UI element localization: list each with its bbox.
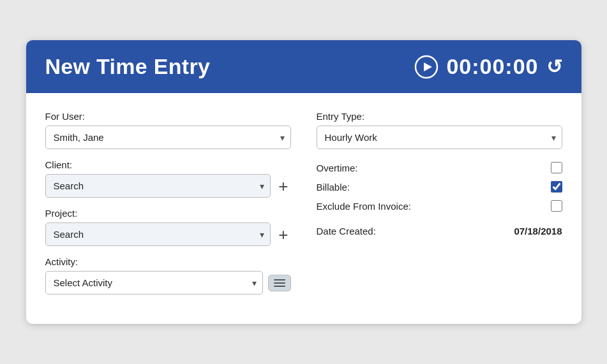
overtime-checkbox[interactable] (551, 162, 562, 173)
for-user-select-wrapper: Smith, Jane ▾ (45, 126, 291, 149)
client-label: Client: (45, 159, 291, 170)
time-entry-card: New Time Entry 00:00:00 ↺ For User: Smit… (26, 40, 581, 324)
exclude-row: Exclude From Invoice: (317, 200, 562, 212)
client-select-wrapper: Search ▾ (45, 174, 271, 198)
exclude-checkbox[interactable] (551, 200, 562, 212)
billable-checkbox[interactable] (551, 181, 562, 193)
header: New Time Entry 00:00:00 ↺ (26, 40, 581, 93)
list-icon (274, 279, 285, 287)
entry-type-group: Entry Type: Hourly WorkFixed FeeNo Charg… (317, 111, 562, 149)
project-select[interactable]: Search (45, 222, 271, 246)
client-select[interactable]: Search (45, 174, 271, 198)
entry-type-select-wrapper: Hourly WorkFixed FeeNo Charge ▾ (317, 126, 562, 149)
add-project-button[interactable]: + (276, 226, 290, 243)
add-client-button[interactable]: + (276, 178, 290, 194)
play-icon[interactable] (414, 55, 438, 79)
for-user-label: For User: (45, 111, 291, 122)
billable-label: Billable: (317, 182, 350, 193)
for-user-group: For User: Smith, Jane ▾ (45, 111, 291, 149)
date-created-value: 07/18/2018 (514, 226, 562, 237)
activity-list-button[interactable] (268, 275, 291, 291)
date-created-row: Date Created: 07/18/2018 (317, 226, 562, 237)
timer-display: 00:00:00 (446, 54, 538, 79)
page-title: New Time Entry (45, 54, 211, 79)
project-label: Project: (45, 208, 291, 219)
entry-type-select[interactable]: Hourly WorkFixed FeeNo Charge (317, 126, 562, 149)
date-created-label: Date Created: (317, 226, 376, 237)
exclude-label: Exclude From Invoice: (317, 201, 411, 212)
project-group: Project: Search ▾ + (45, 208, 291, 246)
billable-row: Billable: (317, 181, 562, 193)
svg-marker-1 (424, 62, 432, 71)
left-column: For User: Smith, Jane ▾ Client: Search ▾ (45, 111, 291, 305)
activity-row: Select Activity ▾ (45, 271, 291, 295)
entry-type-label: Entry Type: (317, 111, 562, 122)
activity-group: Activity: Select Activity ▾ (45, 256, 291, 295)
overtime-row: Overtime: (317, 162, 562, 173)
reset-icon[interactable]: ↺ (546, 55, 562, 78)
activity-select[interactable]: Select Activity (45, 271, 263, 295)
right-column: Entry Type: Hourly WorkFixed FeeNo Charg… (317, 111, 562, 305)
client-group: Client: Search ▾ + (45, 159, 291, 198)
project-select-wrapper: Search ▾ (45, 222, 271, 246)
activity-label: Activity: (45, 256, 291, 267)
project-row: Search ▾ + (45, 222, 291, 246)
overtime-label: Overtime: (317, 163, 358, 173)
for-user-select[interactable]: Smith, Jane (45, 126, 291, 149)
form-body: For User: Smith, Jane ▾ Client: Search ▾ (26, 93, 581, 324)
header-controls: 00:00:00 ↺ (414, 54, 562, 79)
activity-select-wrapper: Select Activity ▾ (45, 271, 263, 295)
client-row: Search ▾ + (45, 174, 291, 198)
checkbox-group: Overtime: Billable: Exclude From Invoice… (317, 162, 562, 212)
